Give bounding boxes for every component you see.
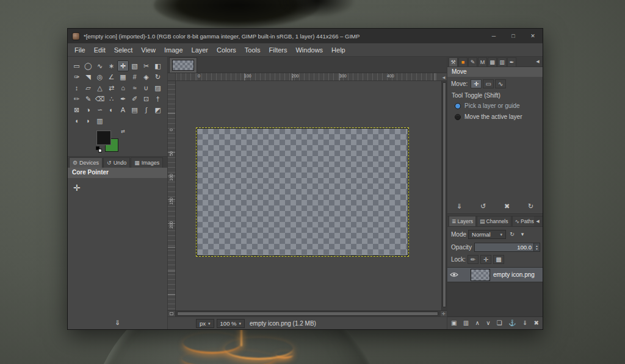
tool-ink[interactable]: ✒ <box>117 93 129 104</box>
image-transparent-layer[interactable] <box>197 128 408 256</box>
opacity-slider[interactable]: 100.0 ▴ ▾ <box>474 243 540 252</box>
maximize-button[interactable]: □ <box>504 29 523 43</box>
tool-scale[interactable]: ↕ <box>71 82 82 93</box>
tool-hue-saturation[interactable]: ◗ <box>82 115 94 126</box>
tool-fuzzy-select[interactable]: ∗ <box>106 60 117 71</box>
tab-undo[interactable]: ↺ Undo <box>103 157 130 168</box>
save-tool-preset-icon[interactable]: ⇓ <box>457 203 462 210</box>
tool-foreground-select[interactable]: ◧ <box>152 60 164 71</box>
horizontal-scrollbar[interactable] <box>176 310 441 316</box>
tool-scissors[interactable]: ✂ <box>140 60 152 71</box>
zoom-select[interactable]: 100 % ▾ <box>217 319 245 328</box>
anchor-layer-icon[interactable]: ⚓ <box>508 320 516 326</box>
tool-rectangle-select[interactable]: ▭ <box>71 60 82 71</box>
mode-select[interactable]: Normal ▾ <box>468 230 506 239</box>
visibility-eye-icon[interactable] <box>447 272 461 277</box>
tool-bucket-fill[interactable]: ∪ <box>140 82 152 93</box>
tool-paths[interactable]: ✑ <box>71 71 82 82</box>
move-cursor-icon[interactable]: ✛ <box>73 183 81 193</box>
menu-item-Image[interactable]: Image <box>160 45 187 55</box>
tab-layers[interactable]: ≣ Layers <box>449 216 476 226</box>
tab-tool-presets[interactable]: ✒ <box>507 57 516 66</box>
menu-item-View[interactable]: View <box>137 45 160 55</box>
tool-dodge-burn[interactable]: ◐ <box>106 104 117 115</box>
opacity-spinner[interactable]: ▴ ▾ <box>533 243 540 251</box>
switch-mode-group-icon[interactable]: ↻ <box>508 232 516 237</box>
tool-alignment[interactable]: ▦ <box>117 71 129 82</box>
tool-text[interactable]: A <box>117 104 129 115</box>
tool-perspective[interactable]: △ <box>94 82 106 93</box>
layer-row[interactable]: empty icon.png <box>447 268 543 282</box>
tool-shear[interactable]: ▱ <box>82 82 94 93</box>
navigation-button[interactable]: ✛ <box>441 310 447 316</box>
menu-item-Select[interactable]: Select <box>110 45 137 55</box>
move-layer-button[interactable]: ✛ <box>471 79 482 88</box>
tool-gradient[interactable]: ▨ <box>152 82 164 93</box>
move-selection-button[interactable]: ▭ <box>483 79 494 88</box>
tool-flip[interactable]: ⇄ <box>106 82 117 93</box>
quick-mask-toggle[interactable] <box>168 310 176 316</box>
tool-curves[interactable]: ∫ <box>140 104 152 115</box>
tool-move[interactable]: ✛ <box>117 60 129 71</box>
tool-color-balance[interactable]: ◖ <box>71 115 82 126</box>
menu-item-Edit[interactable]: Edit <box>90 45 110 55</box>
tool-unified-transform[interactable]: ◈ <box>140 71 152 82</box>
tool-airbrush[interactable]: ∴ <box>106 93 117 104</box>
reset-tool-options-icon[interactable]: ↻ <box>528 203 533 210</box>
tool-pencil[interactable]: ✏ <box>71 93 82 104</box>
horizontal-ruler[interactable]: 0 100 200 300 400 <box>176 73 441 81</box>
tool-levels[interactable]: ▤ <box>129 104 140 115</box>
tool-paintbrush[interactable]: ✎ <box>82 93 94 104</box>
close-button[interactable]: ✕ <box>523 29 543 43</box>
tool-cage-transform[interactable]: ⌂ <box>117 82 129 93</box>
vertical-ruler[interactable]: 0 50 100 150 200 <box>168 81 176 310</box>
save-device-status-icon[interactable]: ⇓ <box>115 319 120 326</box>
radio-pick-layer-or-guide[interactable] <box>455 103 461 109</box>
tool-warp-transform[interactable]: ≈ <box>129 82 140 93</box>
tab-gradients[interactable]: ▥ <box>497 57 507 66</box>
horizontal-scrollbar-thumb[interactable] <box>177 312 438 316</box>
lock-alpha-icon[interactable]: ▩ <box>493 255 504 264</box>
menu-item-Colors[interactable]: Colors <box>212 45 240 55</box>
menu-item-Windows[interactable]: Windows <box>291 45 327 55</box>
delete-tool-preset-icon[interactable]: ✖ <box>504 203 510 210</box>
dock-menu-arrow-icon[interactable]: ◀ <box>534 59 541 66</box>
vertical-scrollbar[interactable] <box>441 81 447 310</box>
tool-clone[interactable]: ⊡ <box>140 93 152 104</box>
image-tab[interactable] <box>169 57 197 73</box>
tab-images[interactable]: ▦ Images <box>131 157 163 168</box>
radio-move-active-layer[interactable] <box>455 114 461 120</box>
merge-down-icon[interactable]: ⇓ <box>522 320 527 326</box>
restore-tool-preset-icon[interactable]: ↺ <box>480 203 486 210</box>
tool-free-select[interactable]: ∿ <box>94 60 106 71</box>
tool-perspective-clone[interactable]: ⊠ <box>71 104 82 115</box>
ruler-corner-button[interactable] <box>168 73 176 81</box>
tool-select-by-color[interactable]: ▧ <box>129 60 140 71</box>
tool-rotate[interactable]: ↻ <box>152 71 164 82</box>
tool-measure[interactable]: ∠ <box>106 71 117 82</box>
tool-smudge[interactable]: ∽ <box>94 104 106 115</box>
mode-options-caret-icon[interactable]: ▾ <box>518 232 527 237</box>
tab-tool-options[interactable]: ⚒ <box>449 57 458 66</box>
tool-heal[interactable]: † <box>152 93 164 104</box>
lock-pixels-icon[interactable]: ✏ <box>468 255 479 264</box>
menu-item-Filters[interactable]: Filters <box>265 45 292 55</box>
tool-eraser[interactable]: ⌫ <box>94 93 106 104</box>
titlebar[interactable]: *[empty icon] (imported)-1.0 (RGB color … <box>68 29 543 43</box>
tab-devices[interactable]: ⚙ Devices <box>69 157 103 168</box>
tab-fg-bg-colors[interactable]: ■ <box>458 57 468 66</box>
tool-posterize[interactable]: ▥ <box>94 115 106 126</box>
tool-color-picker[interactable]: ◥ <box>82 71 94 82</box>
new-layer-icon[interactable]: ▣ <box>451 320 457 326</box>
lower-layer-icon[interactable]: ∨ <box>486 320 490 326</box>
tab-patterns[interactable]: ▩ <box>488 57 497 66</box>
lock-position-icon[interactable]: ✛ <box>480 255 491 264</box>
menu-item-Layer[interactable]: Layer <box>187 45 213 55</box>
minimize-button[interactable]: ─ <box>484 29 504 43</box>
tool-ellipse-select[interactable]: ◯ <box>82 60 94 71</box>
unit-select[interactable]: px ▾ <box>196 319 214 328</box>
default-colors-icon[interactable] <box>96 146 103 154</box>
new-layer-group-icon[interactable]: ▥ <box>463 320 469 326</box>
tool-crop[interactable]: # <box>129 71 140 82</box>
menu-item-Help[interactable]: Help <box>327 45 350 55</box>
